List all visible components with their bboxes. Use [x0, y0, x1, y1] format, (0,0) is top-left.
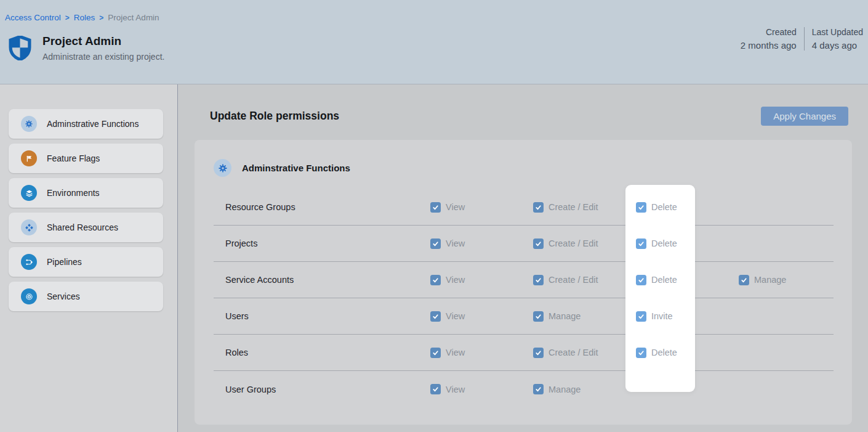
permission-label: Create / Edit	[549, 275, 598, 285]
permission-label: Create / Edit	[549, 238, 598, 248]
checkbox-checked[interactable]	[636, 275, 646, 285]
checkbox-checked[interactable]	[636, 348, 646, 358]
checkbox-checked[interactable]	[430, 238, 441, 249]
checkbox-checked[interactable]	[533, 238, 544, 249]
checkbox-checked[interactable]	[636, 311, 646, 322]
row-label: User Groups	[214, 385, 430, 394]
permission-create-edit: Create / Edit	[533, 348, 636, 358]
sidebar-item-label: Services	[47, 291, 80, 301]
permission-view: View	[430, 311, 533, 322]
checkbox-checked[interactable]	[636, 202, 646, 213]
apply-changes-button[interactable]: Apply Changes	[761, 107, 848, 126]
sidebar-item-label: Pipelines	[47, 257, 82, 267]
table-row-projects: Projects View Create / Edit Delete	[214, 226, 834, 262]
row-label: Projects	[214, 238, 430, 248]
last-updated-block: Last Updated 4 days ago	[812, 27, 863, 51]
permission-label: Delete	[651, 238, 677, 248]
services-icon	[21, 288, 37, 304]
created-value: 2 months ago	[741, 40, 797, 51]
table-row-resource-groups: Resource Groups View Create / Edit Delet…	[214, 189, 834, 226]
spotlight-highlight	[625, 185, 695, 392]
permission-manage: Manage	[533, 384, 636, 394]
environments-icon	[21, 185, 37, 201]
permission-delete: Delete	[636, 348, 739, 358]
section-heading: Update Role permissions	[210, 110, 339, 123]
page-title: Project Admin	[42, 34, 164, 49]
permission-label: Manage	[549, 311, 581, 321]
flag-icon	[21, 150, 37, 166]
sidebar-item-services[interactable]: Services	[9, 282, 163, 311]
chevron-right-icon: >	[65, 14, 70, 22]
breadcrumb-access-control[interactable]: Access Control	[5, 13, 61, 22]
checkbox-checked[interactable]	[430, 384, 441, 394]
permission-label: Delete	[651, 348, 677, 357]
checkbox-checked[interactable]	[430, 275, 441, 285]
sidebar-item-pipelines[interactable]: Pipelines	[9, 247, 163, 277]
permission-manage: Manage	[533, 311, 636, 322]
screen: Access Control > Roles > Project Admin P…	[0, 0, 868, 432]
permission-label: Manage	[754, 275, 786, 285]
permission-manage: Manage	[739, 275, 834, 285]
permission-label: Invite	[651, 311, 673, 321]
permission-create-edit: Create / Edit	[533, 202, 636, 213]
role-header: Project Admin Administrate an existing p…	[9, 34, 164, 62]
permission-delete: Delete	[636, 238, 739, 249]
permission-view: View	[430, 348, 533, 358]
table-row-users: Users View Manage Invite	[214, 298, 834, 335]
permission-label: View	[446, 202, 465, 212]
card-title: Adminstrative Functions	[242, 163, 350, 173]
sidebar: Adminstrative Functions Feature Flags	[0, 84, 178, 432]
permission-label: Create / Edit	[549, 348, 598, 357]
checkbox-checked[interactable]	[533, 202, 544, 213]
checkbox-checked[interactable]	[430, 311, 441, 322]
permission-invite: Invite	[636, 311, 739, 322]
main-header: Update Role permissions Apply Changes	[195, 107, 853, 126]
checkbox-checked[interactable]	[739, 275, 749, 285]
checkbox-checked[interactable]	[533, 275, 544, 285]
permission-create-edit: Create / Edit	[533, 238, 636, 249]
permission-label: Delete	[651, 202, 677, 212]
table-row-service-accounts: Service Accounts View Create / Edit Dele…	[214, 262, 834, 298]
breadcrumb: Access Control > Roles > Project Admin	[5, 13, 159, 22]
permission-label: View	[446, 275, 465, 285]
permissions-card: Adminstrative Functions Resource Groups …	[195, 140, 852, 425]
sidebar-item-adminstrative-functions[interactable]: Adminstrative Functions	[9, 109, 163, 139]
breadcrumb-roles[interactable]: Roles	[74, 13, 95, 22]
permission-delete: Delete	[636, 202, 739, 213]
last-updated-value: 4 days ago	[812, 40, 863, 51]
card-header: Adminstrative Functions	[195, 140, 852, 177]
breadcrumb-current: Project Admin	[108, 13, 159, 22]
page-header: Access Control > Roles > Project Admin P…	[0, 0, 868, 84]
meta-divider	[804, 27, 805, 51]
permission-label: View	[446, 238, 465, 248]
gear-icon	[21, 116, 37, 132]
checkbox-checked[interactable]	[430, 202, 441, 213]
sidebar-item-environments[interactable]: Environments	[9, 178, 163, 208]
permission-label: View	[446, 311, 465, 321]
row-label: Roles	[214, 348, 430, 357]
sidebar-item-label: Environments	[47, 188, 100, 198]
checkbox-checked[interactable]	[533, 311, 544, 322]
permission-label: Manage	[549, 385, 581, 394]
table-row-user-groups: User Groups View Manage	[214, 371, 834, 407]
pipelines-icon	[21, 254, 37, 270]
permission-label: View	[446, 348, 465, 357]
created-label: Created	[766, 27, 797, 37]
row-label: Users	[214, 311, 430, 321]
last-updated-label: Last Updated	[812, 27, 863, 37]
permission-view: View	[430, 238, 533, 249]
gear-icon	[214, 159, 231, 177]
checkbox-checked[interactable]	[533, 384, 544, 394]
checkbox-checked[interactable]	[533, 348, 544, 358]
table-row-roles: Roles View Create / Edit Delete	[214, 335, 834, 371]
permission-label: View	[446, 385, 465, 394]
permission-view: View	[430, 202, 533, 213]
checkbox-checked[interactable]	[430, 348, 441, 358]
role-meta: Created 2 months ago Last Updated 4 days…	[741, 27, 863, 51]
sidebar-item-feature-flags[interactable]: Feature Flags	[9, 144, 163, 173]
main-panel: Update Role permissions Apply Changes	[178, 84, 868, 432]
sidebar-item-shared-resources[interactable]: Shared Resources	[9, 213, 163, 242]
checkbox-checked[interactable]	[636, 238, 646, 249]
permission-delete: Delete	[636, 275, 739, 285]
permission-label: Delete	[651, 275, 677, 285]
